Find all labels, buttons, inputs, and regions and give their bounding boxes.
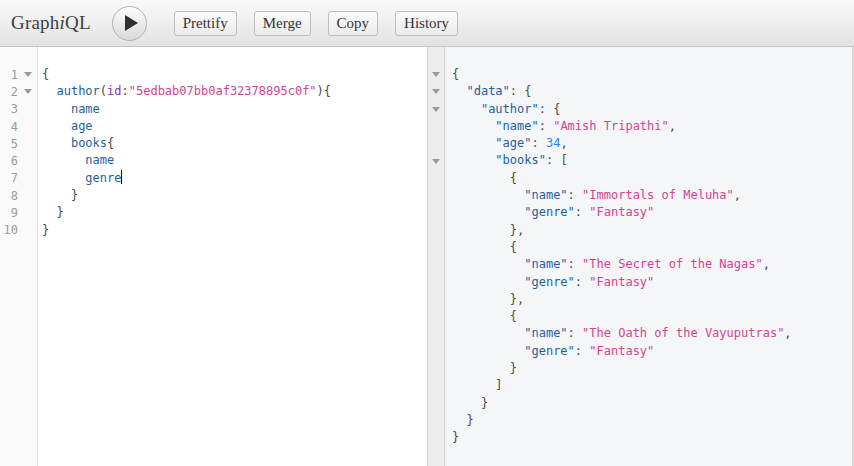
result-gutter-row <box>428 291 444 308</box>
code-line[interactable]: genre <box>42 170 331 187</box>
result-gutter-row <box>428 412 444 429</box>
toolbar-button-history[interactable]: History <box>395 11 458 36</box>
code-line[interactable]: age <box>42 118 331 135</box>
main-area: 12345678910 { author(id:"5edbab07bb0af32… <box>0 47 854 466</box>
result-gutter-row <box>428 360 444 377</box>
code-line[interactable]: author(id:"5edbab07bb0af32378895c0f"){ <box>42 83 331 100</box>
gutter-row: 2 <box>0 83 37 100</box>
code-line: } <box>452 395 852 412</box>
toolbar-button-copy[interactable]: Copy <box>328 11 379 36</box>
code-line[interactable]: } <box>42 187 331 204</box>
code-line[interactable]: name <box>42 101 331 118</box>
gutter-row: 5 <box>0 135 37 152</box>
result-gutter-row <box>428 222 444 239</box>
result-pane: { "data": { "author": { "name": "Amish T… <box>445 47 854 466</box>
result-gutter-row <box>428 204 444 221</box>
result-gutter-row <box>428 170 444 187</box>
execute-query-button[interactable] <box>112 6 147 41</box>
result-fold-gutter <box>427 47 445 466</box>
gutter-row: 4 <box>0 118 37 135</box>
result-gutter-row <box>428 377 444 394</box>
line-number: 10 <box>0 223 18 237</box>
result-gutter-row <box>428 274 444 291</box>
toolbar-buttons: PrettifyMergeCopyHistory <box>174 11 458 36</box>
result-gutter-row <box>428 308 444 325</box>
gutter-row: 10 <box>0 222 37 239</box>
code-line[interactable]: } <box>42 222 331 239</box>
result-gutter-row <box>428 187 444 204</box>
code-line: "name": "The Secret of the Nagas", <box>452 256 852 273</box>
gutter-row: 1 <box>0 66 37 83</box>
line-number: 8 <box>0 189 18 203</box>
code-line: { <box>452 170 852 187</box>
result-gutter-row <box>428 135 444 152</box>
code-line: { <box>452 239 852 256</box>
code-line[interactable]: { <box>42 66 331 83</box>
toolbar-button-merge[interactable]: Merge <box>254 11 311 36</box>
code-line: ] <box>452 377 852 394</box>
gutter-row: 6 <box>0 152 37 169</box>
fold-arrow-icon[interactable] <box>432 107 440 112</box>
line-number: 1 <box>0 68 18 82</box>
result-gutter-row <box>428 343 444 360</box>
result-gutter-row <box>428 256 444 273</box>
code-line: "name": "Immortals of Meluha", <box>452 187 852 204</box>
result-gutter-row <box>428 118 444 135</box>
code-line: "data": { <box>452 83 852 100</box>
graphiql-logo: GraphiQL <box>11 12 91 34</box>
play-icon <box>125 15 138 31</box>
query-editor-pane[interactable]: 12345678910 { author(id:"5edbab07bb0af32… <box>0 47 427 466</box>
line-number: 5 <box>0 137 18 151</box>
code-line[interactable]: } <box>42 204 331 221</box>
code-line: "author": { <box>452 101 852 118</box>
code-line[interactable]: name <box>42 152 331 169</box>
result-gutter-row <box>428 429 444 446</box>
toolbar-button-prettify[interactable]: Prettify <box>174 11 237 36</box>
code-line: }, <box>452 222 852 239</box>
result-gutter-row <box>428 101 444 118</box>
fold-arrow-icon[interactable] <box>24 72 32 77</box>
gutter-row: 3 <box>0 101 37 118</box>
code-line[interactable]: books{ <box>42 135 331 152</box>
fold-arrow-icon[interactable] <box>432 159 440 164</box>
result-gutter-row <box>428 152 444 169</box>
code-line: }, <box>452 291 852 308</box>
line-number: 2 <box>0 85 18 99</box>
result-gutter-row <box>428 325 444 342</box>
result-gutter-row <box>428 239 444 256</box>
code-line: } <box>452 360 852 377</box>
result-gutter-row <box>428 66 444 83</box>
code-line: "genre": "Fantasy" <box>452 343 852 360</box>
code-line: } <box>452 412 852 429</box>
line-number: 3 <box>0 102 18 116</box>
fold-arrow-icon[interactable] <box>24 89 32 94</box>
code-line: "name": "Amish Tripathi", <box>452 118 852 135</box>
code-line: { <box>452 66 852 83</box>
code-line: "age": 34, <box>452 135 852 152</box>
result-code: { "data": { "author": { "name": "Amish T… <box>445 47 852 447</box>
code-line: { <box>452 308 852 325</box>
gutter-row: 9 <box>0 204 37 221</box>
query-code[interactable]: { author(id:"5edbab07bb0af32378895c0f"){… <box>38 47 331 466</box>
fold-arrow-icon[interactable] <box>432 72 440 77</box>
line-number: 6 <box>0 154 18 168</box>
code-line: "books": [ <box>452 152 852 169</box>
query-gutter: 12345678910 <box>0 47 38 466</box>
logo-text-graph: Graph <box>11 12 59 33</box>
code-line: } <box>452 429 852 446</box>
logo-text-ql: QL <box>65 12 91 33</box>
line-number: 7 <box>0 171 18 185</box>
result-gutter-row <box>428 83 444 100</box>
code-line: "genre": "Fantasy" <box>452 274 852 291</box>
text-cursor <box>121 170 122 184</box>
code-line: "genre": "Fantasy" <box>452 204 852 221</box>
toolbar: GraphiQL PrettifyMergeCopyHistory <box>0 0 854 47</box>
result-gutter-row <box>428 395 444 412</box>
fold-arrow-icon[interactable] <box>432 89 440 94</box>
line-number: 4 <box>0 120 18 134</box>
gutter-row: 8 <box>0 187 37 204</box>
code-line: "name": "The Oath of the Vayuputras", <box>452 325 852 342</box>
gutter-row: 7 <box>0 170 37 187</box>
line-number: 9 <box>0 206 18 220</box>
